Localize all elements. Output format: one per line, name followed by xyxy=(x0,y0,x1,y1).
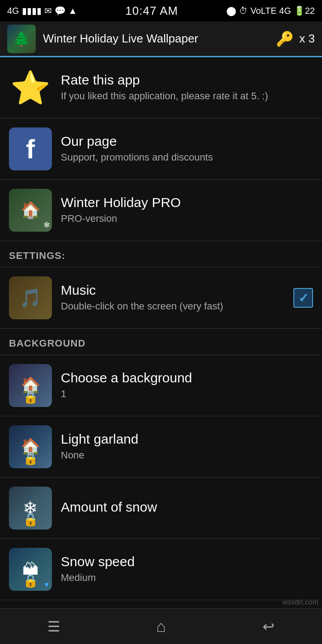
snow-title: Amount of snow xyxy=(61,500,313,515)
home-icon: ⌂ xyxy=(156,617,166,636)
garland-title: Light garland xyxy=(61,432,313,447)
music-text: Music Double-click on the screen (very f… xyxy=(61,283,288,314)
nav-back-button[interactable]: ↩ xyxy=(246,613,291,640)
app-header-title: Winter Holiday Live Wallpaper xyxy=(43,32,269,46)
our-page-item[interactable]: f Our page Support, promotions and disco… xyxy=(0,119,322,180)
whatsapp-icon: 💬 xyxy=(55,5,66,16)
music-subtitle: Double-click on the screen (very fast) xyxy=(61,300,288,314)
pro-text: Winter Holiday PRO PRO-version xyxy=(61,195,313,226)
lock-icon-1: 🔒 xyxy=(23,390,38,404)
choose-bg-subtitle: 1 xyxy=(61,387,313,401)
music-checkbox-container[interactable]: ✓ xyxy=(293,288,313,308)
header-count: x 3 xyxy=(299,32,315,46)
rate-app-title: Rate this app xyxy=(61,72,313,88)
music-checkbox[interactable]: ✓ xyxy=(293,288,313,308)
lte-icon: VoLTE 4G xyxy=(250,6,291,16)
garland-subtitle: None xyxy=(61,449,313,462)
signal-icon: 4G xyxy=(7,6,19,16)
light-garland-item[interactable]: 🏠 🔒 Light garland None xyxy=(0,416,322,478)
header-actions: 🔑 x 3 xyxy=(276,30,315,47)
watermark: wsxdn.com xyxy=(283,598,318,606)
amount-snow-item[interactable]: ❄ 🔒 Amount of snow xyxy=(0,478,322,539)
music-title: Music xyxy=(61,283,288,298)
lock-icon-2: 🔒 xyxy=(23,451,38,466)
status-left: 4G ▮▮▮▮ ✉ 💬 ▲ xyxy=(7,5,77,16)
nav-menu-button[interactable]: ☰ xyxy=(31,613,76,640)
pro-subtitle: PRO-version xyxy=(61,212,313,226)
pro-version-item[interactable]: 🏠 ❄ Winter Holiday PRO PRO-version xyxy=(0,180,322,241)
alert-icon: ▲ xyxy=(68,6,77,16)
snow-icon: ❄ 🔒 xyxy=(9,487,52,530)
menu-icon: ☰ xyxy=(47,618,60,635)
snow-text: Amount of snow xyxy=(61,500,313,517)
back-icon: ↩ xyxy=(263,618,275,635)
star-icon: ⭐ xyxy=(9,66,52,109)
lock-icon-4: 🔒 xyxy=(23,573,38,588)
background-section-header: BACKGROUND xyxy=(0,329,322,355)
choose-background-item[interactable]: 🏠 🔒 Choose a background 1 xyxy=(0,355,322,416)
rate-app-subtitle: If you liked this application, please ra… xyxy=(61,89,313,103)
choose-bg-title: Choose a background xyxy=(61,370,313,386)
garland-icon: 🏠 🔒 xyxy=(9,425,52,468)
app-header: 🌲 Winter Holiday Live Wallpaper 🔑 x 3 xyxy=(0,21,322,57)
speed-text: Snow speed Medium xyxy=(61,554,313,585)
choose-bg-icon: 🏠 🔒 xyxy=(9,364,52,407)
pro-icon: 🏠 ❄ xyxy=(9,189,52,232)
status-time: 10:47 AM xyxy=(125,4,178,18)
app-header-icon: 🌲 xyxy=(7,25,36,53)
speed-icon: 🏔 🔒 ▼ xyxy=(9,548,52,591)
choose-bg-text: Choose a background 1 xyxy=(61,370,313,401)
facebook-icon: f xyxy=(9,127,52,170)
content-area: ⭐ Rate this app If you liked this applic… xyxy=(0,57,322,608)
app-logo-image: 🌲 xyxy=(7,25,36,53)
pro-title: Winter Holiday PRO xyxy=(61,195,313,210)
speed-subtitle: Medium xyxy=(61,571,313,585)
mail-icon: ✉ xyxy=(44,5,52,16)
timer-icon: ⏱ xyxy=(239,6,248,16)
rate-app-text: Rate this app If you liked this applicat… xyxy=(61,72,313,103)
bluetooth-icon: ⬤ xyxy=(226,5,236,16)
our-page-title: Our page xyxy=(61,134,313,149)
navigation-bar: ☰ ⌂ ↩ xyxy=(0,608,322,644)
status-right: ⬤ ⏱ VoLTE 4G 🔋22 xyxy=(226,5,315,16)
nav-home-button[interactable]: ⌂ xyxy=(139,613,183,640)
key-icon[interactable]: 🔑 xyxy=(276,30,294,47)
status-bar: 4G ▮▮▮▮ ✉ 💬 ▲ 10:47 AM ⬤ ⏱ VoLTE 4G 🔋22 xyxy=(0,0,322,21)
music-icon: 🎵 xyxy=(9,276,52,319)
rate-app-item[interactable]: ⭐ Rate this app If you liked this applic… xyxy=(0,57,322,119)
our-page-subtitle: Support, promotions and discounts xyxy=(61,151,313,165)
battery-icon: 🔋22 xyxy=(294,5,315,16)
garland-text: Light garland None xyxy=(61,432,313,462)
checkmark-icon: ✓ xyxy=(298,291,309,305)
music-item[interactable]: 🎵 Music Double-click on the screen (very… xyxy=(0,267,322,329)
settings-section-header: SETTINGS: xyxy=(0,241,322,267)
our-page-text: Our page Support, promotions and discoun… xyxy=(61,134,313,165)
signal-bars: ▮▮▮▮ xyxy=(22,5,42,16)
lock-icon-3: 🔒 xyxy=(23,512,38,527)
snow-speed-item[interactable]: 🏔 🔒 ▼ Snow speed Medium xyxy=(0,539,322,600)
speed-title: Snow speed xyxy=(61,554,313,569)
